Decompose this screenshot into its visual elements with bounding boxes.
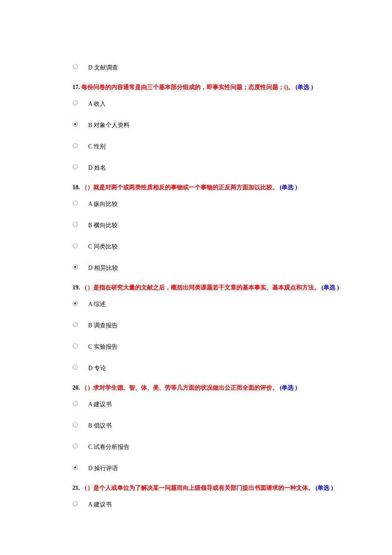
radio-icon[interactable] [72, 222, 78, 227]
option-row: C 性别 [72, 140, 360, 150]
option-row: D 姓名 [72, 162, 360, 172]
option-row: C 试卷分析报告 [72, 441, 360, 451]
question-prompt: 20. （）求对学生德、智、体、美、劳等几方面的状况做出公正而全面的评价。 (单… [72, 383, 360, 392]
radio-icon[interactable] [72, 100, 78, 106]
option-row: A 纵向比较 [72, 198, 360, 208]
radio-icon[interactable] [72, 401, 78, 406]
option-text: D 相异比较 [88, 262, 118, 272]
question-number: 17. [72, 84, 80, 90]
radio-icon[interactable] [72, 322, 78, 327]
question-text: （）求对学生德、智、体、美、劳等几方面的状况做出公正而全面的评价。 [81, 384, 280, 391]
option-text: C 同类比较 [88, 240, 118, 251]
option-row: B 调查报告 [72, 319, 360, 330]
option-row: D 操行评语 [72, 462, 360, 472]
option-text: D 姓名 [88, 162, 106, 172]
option-text: C 试卷分析报告 [88, 441, 130, 451]
option-row: A 建议书 [72, 498, 360, 509]
radio-icon[interactable] [72, 422, 78, 428]
svg-point-3 [74, 123, 76, 125]
option-row: A 建议书 [72, 398, 360, 408]
option-text: A 纵向比较 [88, 198, 118, 208]
question-type: (单选 ) [280, 184, 297, 191]
question-type: (单选 ) [296, 84, 313, 90]
radio-icon[interactable] [72, 64, 78, 69]
option-row: C 实验报告 [72, 341, 360, 351]
questions-container: 17. 每份问卷的内容通常是由三个基本部分组成的，即事实性问题；态度性问题；()… [72, 83, 360, 509]
option-row: D 专论 [72, 362, 360, 372]
option-row: D 相异比较 [72, 262, 360, 272]
option-text: A 建议书 [88, 398, 112, 408]
question-prompt: 18. （）就是对两个或两类性质相反的事物或一个事物的正反两方面加以比较。 (单… [72, 183, 360, 192]
quiz-page: D 文献调查 17. 每份问卷的内容通常是由三个基本部分组成的，即事实性问题；态… [0, 0, 392, 545]
svg-point-10 [74, 266, 76, 268]
question-prompt: 21. （）是个人或单位为了解决某一问题而向上级领导或有关部门提出书面请求的一种… [72, 483, 360, 492]
question-number: 20. [72, 384, 80, 391]
option-row: A 收入 [72, 98, 360, 108]
option-text: D 操行评语 [88, 462, 118, 472]
radio-icon[interactable] [72, 121, 78, 127]
option-text: B 调查报告 [88, 319, 118, 330]
radio-icon[interactable] [72, 343, 78, 349]
radio-icon[interactable] [72, 465, 78, 470]
radio-icon[interactable] [72, 443, 78, 449]
option-row: A 综述 [72, 298, 360, 308]
question-type: (单选 ) [316, 485, 333, 491]
option-row: D 文献调查 [72, 61, 360, 72]
option-text: B 横向比较 [88, 219, 118, 229]
option-text: B 对象个人资料 [88, 119, 130, 129]
option-text: C 性别 [88, 140, 106, 150]
radio-icon[interactable] [72, 364, 78, 370]
question-prompt: 17. 每份问卷的内容通常是由三个基本部分组成的，即事实性问题；态度性问题；()… [72, 83, 360, 92]
radio-icon[interactable] [72, 200, 78, 206]
question-text: （）是指在研究大量的文献之后，概括出同类课题若干文章的基本事实、基本观点和方法。 [81, 284, 322, 291]
svg-point-12 [74, 302, 76, 304]
question-number: 21. [72, 485, 80, 491]
radio-icon[interactable] [72, 264, 78, 270]
option-row: B 倡议书 [72, 419, 360, 430]
question-number: 18. [72, 184, 80, 191]
option-text: D 专论 [88, 362, 106, 372]
question-text: （）就是对两个或两类性质相反的事物或一个事物的正反两方面加以比较。 [81, 184, 280, 191]
question-text: （）是个人或单位为了解决某一问题而向上级领导或有关部门提出书面请求的一种文体。 [81, 485, 316, 491]
radio-icon[interactable] [72, 143, 78, 148]
question-number: 19. [72, 284, 80, 291]
option-text: D 文献调查 [88, 61, 118, 72]
radio-icon[interactable] [72, 301, 78, 306]
radio-icon[interactable] [72, 164, 78, 170]
option-row: B 横向比较 [72, 219, 360, 229]
question-text: 每份问卷的内容通常是由三个基本部分组成的，即事实性问题；态度性问题；()。 [81, 84, 296, 90]
option-row: C 同类比较 [72, 240, 360, 251]
question-type: (单选 ) [322, 284, 339, 291]
radio-icon[interactable] [72, 243, 78, 249]
option-text: A 综述 [88, 298, 106, 308]
option-row: B 对象个人资料 [72, 119, 360, 129]
question-prompt: 19. （）是指在研究大量的文献之后，概括出同类课题若干文章的基本事实、基本观点… [72, 283, 360, 292]
option-text: B 倡议书 [88, 419, 112, 430]
option-text: A 收入 [88, 98, 106, 108]
radio-icon[interactable] [72, 501, 78, 506]
svg-point-20 [74, 466, 76, 468]
option-text: A 建议书 [88, 498, 112, 509]
question-type: (单选 ) [280, 384, 297, 391]
option-text: C 实验报告 [88, 341, 118, 351]
